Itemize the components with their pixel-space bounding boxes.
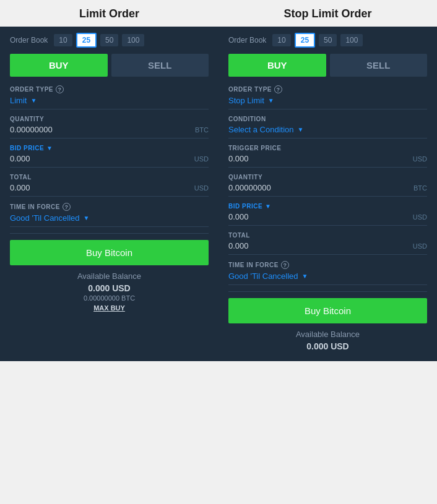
bid-price-arrow-left[interactable]: ▼: [46, 145, 53, 152]
order-type-arrow-right: ▼: [268, 97, 274, 104]
ob-btn-10-left[interactable]: 10: [54, 34, 72, 46]
bid-price-unit-right: USD: [413, 213, 427, 221]
order-type-help-left[interactable]: ?: [56, 85, 64, 93]
max-buy-left[interactable]: MAX BUY: [93, 304, 125, 312]
buy-bitcoin-button-right[interactable]: Buy Bitcoin: [228, 298, 427, 323]
order-type-section-right: ORDER TYPE ? Stop Limit ▼: [218, 85, 437, 109]
total-unit-right: USD: [413, 242, 427, 250]
quantity-section-right: QUANTITY 0.00000000 BTC: [218, 174, 437, 197]
quantity-label-right: QUANTITY: [228, 174, 427, 181]
bid-price-value-row-left: 0.000 USD: [10, 154, 209, 168]
bid-price-value-right: 0.000: [228, 212, 249, 221]
time-in-force-dropdown-left[interactable]: Good 'Til Cancelled ▼: [10, 213, 209, 227]
time-in-force-help-right[interactable]: ?: [281, 261, 289, 269]
bid-price-label-right: BID PRICE ▼: [228, 203, 427, 210]
ob-btn-25-right[interactable]: 25: [295, 33, 315, 48]
condition-label-right: CONDITION: [228, 116, 427, 122]
bid-price-section-left: BID PRICE ▼ 0.000 USD: [0, 145, 218, 168]
order-book-row-left: Order Book 10 25 50 100: [0, 27, 218, 54]
ob-btn-50-left[interactable]: 50: [100, 34, 118, 46]
avail-usd-right: 0.000 USD: [228, 341, 427, 351]
trigger-price-unit-right: USD: [413, 155, 427, 163]
buy-button-left[interactable]: BUY: [10, 54, 108, 77]
available-balance-left: Available Balance 0.000 USD 0.00000000 B…: [0, 271, 218, 313]
condition-arrow-right: ▼: [298, 126, 304, 133]
sell-button-left[interactable]: SELL: [111, 54, 209, 77]
total-section-right: TOTAL 0.000 USD: [218, 232, 437, 255]
quantity-label-left: QUANTITY: [10, 116, 209, 122]
time-in-force-section-right: TIME IN FORCE ? Good 'Til Cancelled ▼: [218, 261, 437, 285]
time-in-force-arrow-right: ▼: [302, 273, 308, 280]
order-book-label-left: Order Book: [10, 36, 48, 45]
trigger-price-section-right: TRIGGER PRICE 0.000 USD: [218, 145, 437, 168]
quantity-value-row-right: 0.00000000 BTC: [228, 183, 427, 197]
total-value-row-left: 0.000 USD: [10, 183, 209, 197]
order-type-value-right: Stop Limit: [228, 96, 264, 105]
buy-sell-left: BUY SELL: [10, 54, 209, 77]
quantity-value-left: 0.00000000: [10, 125, 53, 134]
time-in-force-arrow-left: ▼: [84, 215, 90, 221]
order-type-section-left: ORDER TYPE ? Limit ▼: [0, 85, 218, 109]
total-label-right: TOTAL: [228, 232, 427, 239]
total-value-row-right: 0.000 USD: [228, 241, 427, 255]
order-book-row-right: Order Book 10 25 50 100: [218, 27, 437, 54]
order-book-label-right: Order Book: [228, 36, 266, 45]
avail-label-right: Available Balance: [228, 330, 427, 339]
time-in-force-value-right: Good 'Til Cancelled: [228, 271, 298, 281]
order-type-label-left: ORDER TYPE ?: [10, 85, 209, 93]
ob-btn-50-right[interactable]: 50: [319, 34, 337, 46]
time-in-force-label-right: TIME IN FORCE ?: [228, 261, 427, 269]
bid-price-arrow-right[interactable]: ▼: [265, 203, 271, 210]
time-in-force-label-left: TIME IN FORCE ?: [10, 203, 209, 211]
time-in-force-section-left: TIME IN FORCE ? Good 'Til Cancelled ▼: [0, 203, 218, 227]
order-type-dropdown-right[interactable]: Stop Limit ▼: [228, 96, 427, 109]
total-label-left: TOTAL: [10, 174, 209, 181]
quantity-value-right: 0.00000000: [228, 183, 271, 192]
divider-right: [228, 291, 427, 292]
time-in-force-value-left: Good 'Til Cancelled: [10, 213, 80, 223]
bid-price-section-right: BID PRICE ▼ 0.000 USD: [218, 203, 437, 226]
order-type-arrow-left: ▼: [30, 97, 37, 104]
total-unit-left: USD: [194, 184, 209, 192]
total-section-left: TOTAL 0.000 USD: [0, 174, 218, 197]
avail-label-left: Available Balance: [10, 271, 209, 281]
bid-price-unit-left: USD: [194, 155, 209, 163]
order-type-value-left: Limit: [10, 96, 27, 105]
bid-price-label-left: BID PRICE ▼: [10, 145, 209, 152]
avail-btc-left: 0.00000000 BTC: [10, 294, 209, 302]
divider-left: [10, 233, 209, 234]
order-type-help-right[interactable]: ?: [274, 85, 282, 93]
stop-limit-order-title: Stop Limit Order: [218, 0, 437, 27]
ob-btn-10-right[interactable]: 10: [272, 34, 290, 46]
condition-dropdown-right[interactable]: Select a Condition ▼: [228, 125, 427, 139]
available-balance-right: Available Balance 0.000 USD: [218, 330, 437, 351]
trigger-price-value-row-right: 0.000 USD: [228, 154, 427, 168]
sell-button-right[interactable]: SELL: [330, 54, 428, 77]
ob-btn-25-left[interactable]: 25: [76, 33, 97, 48]
quantity-unit-right: BTC: [413, 184, 427, 192]
quantity-value-row-left: 0.00000000 BTC: [10, 125, 209, 139]
ob-btn-100-right[interactable]: 100: [340, 34, 363, 46]
order-type-label-right: ORDER TYPE ?: [228, 85, 427, 93]
limit-order-panel: Limit Order Order Book 10 25 50 100 BUY …: [0, 0, 218, 361]
buy-bitcoin-button-left[interactable]: Buy Bitcoin: [10, 240, 209, 265]
condition-section-right: CONDITION Select a Condition ▼: [218, 116, 437, 139]
total-value-right: 0.000: [228, 241, 249, 250]
buy-button-right[interactable]: BUY: [228, 54, 326, 77]
quantity-unit-left: BTC: [195, 126, 209, 134]
trigger-price-value-right: 0.000: [228, 154, 249, 163]
time-in-force-help-left[interactable]: ?: [63, 203, 71, 211]
order-type-dropdown-left[interactable]: Limit ▼: [10, 96, 209, 109]
limit-order-title: Limit Order: [0, 0, 218, 27]
avail-usd-left: 0.000 USD: [10, 283, 209, 293]
stop-limit-order-panel: Stop Limit Order Order Book 10 25 50 100…: [218, 0, 437, 361]
ob-btn-100-left[interactable]: 100: [122, 34, 144, 46]
total-value-left: 0.000: [10, 183, 30, 192]
quantity-section-left: QUANTITY 0.00000000 BTC: [0, 116, 218, 139]
bid-price-value-row-right: 0.000 USD: [228, 212, 427, 226]
condition-value-right: Select a Condition: [228, 125, 294, 134]
buy-sell-right: BUY SELL: [228, 54, 427, 77]
trigger-price-label-right: TRIGGER PRICE: [228, 145, 427, 152]
bid-price-value-left: 0.000: [10, 154, 30, 163]
time-in-force-dropdown-right[interactable]: Good 'Til Cancelled ▼: [228, 271, 427, 285]
